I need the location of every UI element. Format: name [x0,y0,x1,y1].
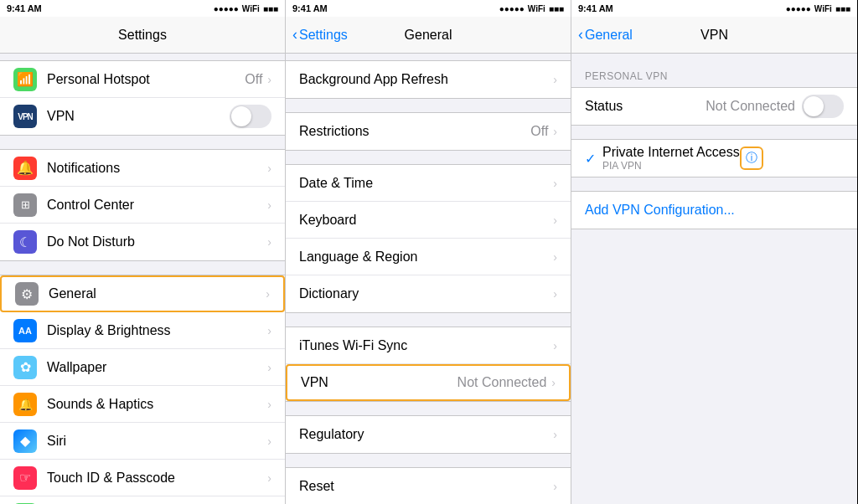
itunes-wifi-item[interactable]: iTunes Wi-Fi Sync › [286,327,571,364]
touch-id-label: Touch ID & Passcode [47,471,267,486]
battery-icon-1: ■■■ [263,4,278,13]
control-center-icon: ⊞ [13,193,37,217]
wallpaper-item[interactable]: ✿ Wallpaper › [0,349,285,386]
sounds-chevron: › [267,398,271,411]
dictionary-item[interactable]: Dictionary › [286,275,571,312]
control-center-item[interactable]: ⊞ Control Center › [0,187,285,224]
itunes-vpn-group: iTunes Wi-Fi Sync › VPN Not Connected › [286,327,571,402]
restrictions-item[interactable]: Restrictions Off › [286,113,571,150]
settings-panel: 9:41 AM ●●●●● WiFi ■■■ Settings 📶 Person… [0,0,286,504]
vpn-icon-1: VPN [13,105,37,128]
regulatory-item[interactable]: Regulatory › [286,416,571,453]
pia-vpn-item[interactable]: ✓ Private Internet Access PIA VPN ⓘ [571,140,857,177]
vpn-chevron-2: › [551,376,556,389]
time-3: 9:41 AM [578,3,613,13]
reset-item[interactable]: Reset › [286,468,571,504]
back-chevron-2: ‹ [292,26,297,44]
hotspot-icon: 📶 [13,68,37,91]
pia-name: Private Internet Access [602,145,740,160]
language-region-item[interactable]: Language & Region › [286,239,571,275]
touch-id-item[interactable]: ☞ Touch ID & Passcode › [0,460,285,496]
general-icon: ⚙ [15,282,39,306]
pia-info-btn[interactable]: ⓘ [740,147,763,170]
vpn-item-1[interactable]: VPN VPN [0,98,285,135]
vpn-status-toggle[interactable] [802,95,844,118]
add-vpn-item[interactable]: Add VPN Configuration... [571,192,857,229]
touch-id-icon: ☞ [13,466,37,490]
siri-label: Siri [47,434,267,449]
status-bar-1: 9:41 AM ●●●●● WiFi ■■■ [0,0,285,17]
display-chevron: › [267,324,271,337]
keyboard-item[interactable]: Keyboard › [286,202,571,239]
vpn-status-toggle-knob [804,96,824,116]
bg-refresh-label: Background App Refresh [299,72,553,87]
do-not-disturb-label: Do Not Disturb [47,234,267,249]
language-region-label: Language & Region [299,249,553,265]
status-icons-1: ●●●●● WiFi ■■■ [214,4,278,13]
nav-title-2: General [405,28,452,43]
signal-icon-1: ●●●●● [214,4,239,13]
general-list: Background App Refresh › Restrictions Of… [286,54,571,504]
date-time-label: Date & Time [299,176,553,191]
vpn-panel: 9:41 AM ●●●●● WiFi ■■■ ‹ General VPN PER… [571,0,857,504]
back-label-2: Settings [299,28,348,43]
language-region-chevron: › [553,250,557,264]
datetime-group: Date & Time › Keyboard › Language & Regi… [286,164,571,313]
personal-hotspot-item[interactable]: 📶 Personal Hotspot Off › [0,61,285,98]
display-brightness-item[interactable]: AA Display & Brightness › [0,312,285,349]
wifi-icon-3: WiFi [814,4,832,13]
bg-refresh-item[interactable]: Background App Refresh › [286,61,571,98]
regulatory-chevron: › [553,428,557,441]
siri-chevron: › [267,435,271,448]
keyboard-chevron: › [553,213,557,227]
status-bar-2: 9:41 AM ●●●●● WiFi ■■■ [286,0,571,17]
restrictions-chevron: › [553,125,557,138]
display-icon: AA [13,319,37,342]
vpn-status-group: Status Not Connected [571,87,857,126]
wifi-icon-1: WiFi [242,4,260,13]
back-btn-3[interactable]: ‹ General [571,26,633,44]
notifications-chevron: › [267,162,271,175]
section-group-3: ⚙ General › AA Display & Brightness › ✿ … [0,275,285,504]
back-label-3: General [585,28,633,43]
nav-bar-2: ‹ Settings General [286,17,571,54]
restrictions-value: Off [530,124,548,139]
battery-icon-3: ■■■ [835,4,850,13]
siri-item[interactable]: ◆ Siri › [0,423,285,460]
siri-icon: ◆ [13,429,37,453]
reset-chevron: › [553,480,557,493]
reset-label: Reset [299,479,553,494]
vpn-toggle[interactable] [230,105,271,128]
do-not-disturb-item[interactable]: ☾ Do Not Disturb › [0,224,285,260]
time-2: 9:41 AM [292,3,328,13]
status-bar-3: 9:41 AM ●●●●● WiFi ■■■ [571,0,857,17]
settings-list: 📶 Personal Hotspot Off › VPN VPN 🔔 Notif… [0,54,285,504]
add-vpn-group: Add VPN Configuration... [571,191,857,229]
notifications-item[interactable]: 🔔 Notifications › [0,150,285,187]
signal-icon-2: ●●●●● [499,4,525,13]
date-time-item[interactable]: Date & Time › [286,165,571,202]
nav-bar-1: Settings [0,17,285,54]
notifications-icon: 🔔 [13,157,37,180]
general-chevron: › [266,287,270,301]
general-label: General [49,286,266,301]
dictionary-chevron: › [553,287,557,301]
bg-refresh-group: Background App Refresh › [286,60,571,99]
date-time-chevron: › [553,177,557,190]
pia-subname: PIA VPN [602,160,740,172]
back-btn-2[interactable]: ‹ Settings [286,26,348,44]
hotspot-value: Off [245,72,262,87]
vpn-status-label: Status [585,99,706,114]
section-group-2: 🔔 Notifications › ⊞ Control Center › ☾ D… [0,149,285,261]
vpn-status-value: Not Connected [706,99,795,114]
battery-item[interactable]: ⚡ Battery › [0,496,285,504]
restrictions-label: Restrictions [299,124,530,139]
control-center-label: Control Center [47,198,267,213]
status-icons-2: ●●●●● WiFi ■■■ [499,4,564,13]
do-not-disturb-chevron: › [267,235,271,249]
wallpaper-chevron: › [267,361,271,374]
sounds-item[interactable]: 🔔 Sounds & Haptics › [0,386,285,423]
vpn-item-2[interactable]: VPN Not Connected › [286,364,571,401]
sounds-label: Sounds & Haptics [47,397,267,412]
general-item[interactable]: ⚙ General › [0,275,285,312]
